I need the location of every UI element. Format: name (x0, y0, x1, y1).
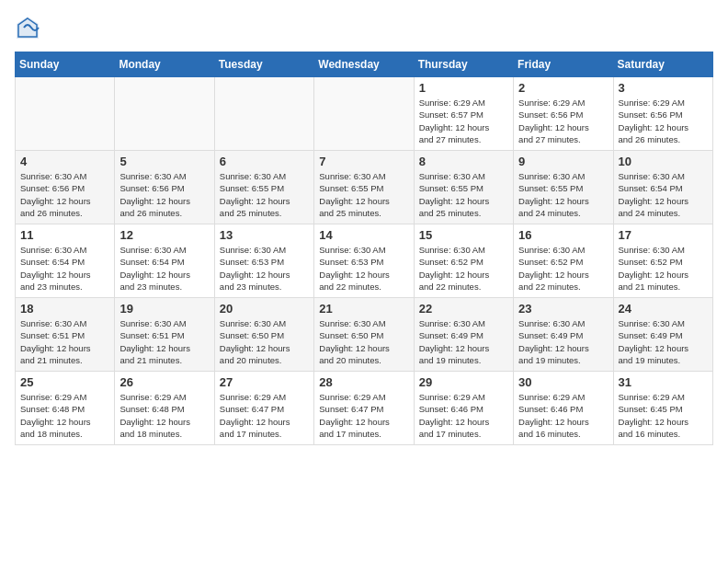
calendar-cell: 18Sunrise: 6:30 AM Sunset: 6:51 PM Dayli… (16, 298, 115, 372)
calendar-cell: 25Sunrise: 6:29 AM Sunset: 6:48 PM Dayli… (16, 372, 115, 445)
day-info: Sunrise: 6:30 AM Sunset: 6:56 PM Dayligh… (20, 170, 109, 219)
day-info: Sunrise: 6:30 AM Sunset: 6:55 PM Dayligh… (319, 170, 408, 219)
day-info: Sunrise: 6:30 AM Sunset: 6:56 PM Dayligh… (119, 170, 209, 219)
calendar-cell: 22Sunrise: 6:30 AM Sunset: 6:49 PM Dayli… (414, 298, 513, 372)
day-info: Sunrise: 6:29 AM Sunset: 6:48 PM Dayligh… (20, 391, 109, 440)
col-header-thursday: Thursday (414, 52, 513, 77)
calendar-cell (16, 77, 115, 151)
day-info: Sunrise: 6:30 AM Sunset: 6:52 PM Dayligh… (619, 244, 708, 293)
day-number: 25 (20, 375, 109, 389)
calendar-cell: 11Sunrise: 6:30 AM Sunset: 6:54 PM Dayli… (16, 224, 115, 298)
col-header-friday: Friday (514, 52, 613, 77)
day-info: Sunrise: 6:30 AM Sunset: 6:49 PM Dayligh… (619, 317, 708, 366)
day-number: 13 (220, 228, 309, 242)
day-info: Sunrise: 6:30 AM Sunset: 6:49 PM Dayligh… (518, 317, 608, 366)
day-number: 8 (419, 155, 508, 168)
day-info: Sunrise: 6:30 AM Sunset: 6:51 PM Dayligh… (20, 317, 109, 366)
calendar-cell (214, 77, 313, 151)
day-info: Sunrise: 6:30 AM Sunset: 6:51 PM Dayligh… (119, 317, 209, 366)
day-info: Sunrise: 6:30 AM Sunset: 6:50 PM Dayligh… (220, 317, 309, 366)
day-number: 9 (518, 155, 608, 168)
logo (15, 15, 44, 40)
calendar-cell: 15Sunrise: 6:30 AM Sunset: 6:52 PM Dayli… (414, 224, 513, 298)
day-info: Sunrise: 6:29 AM Sunset: 6:56 PM Dayligh… (518, 97, 608, 145)
day-info: Sunrise: 6:30 AM Sunset: 6:53 PM Dayligh… (319, 244, 408, 293)
calendar-week-row: 1Sunrise: 6:29 AM Sunset: 6:57 PM Daylig… (16, 77, 713, 151)
calendar-cell: 24Sunrise: 6:30 AM Sunset: 6:49 PM Dayli… (613, 298, 712, 372)
day-number: 4 (20, 155, 109, 168)
day-info: Sunrise: 6:30 AM Sunset: 6:55 PM Dayligh… (220, 170, 309, 219)
calendar-cell: 17Sunrise: 6:30 AM Sunset: 6:52 PM Dayli… (613, 224, 712, 298)
calendar-cell: 8Sunrise: 6:30 AM Sunset: 6:55 PM Daylig… (414, 151, 513, 224)
calendar-week-row: 18Sunrise: 6:30 AM Sunset: 6:51 PM Dayli… (16, 298, 713, 372)
day-info: Sunrise: 6:29 AM Sunset: 6:46 PM Dayligh… (419, 391, 508, 440)
calendar-cell: 4Sunrise: 6:30 AM Sunset: 6:56 PM Daylig… (16, 151, 115, 224)
col-header-monday: Monday (115, 52, 214, 77)
col-header-tuesday: Tuesday (214, 52, 313, 77)
day-number: 15 (419, 228, 508, 242)
logo-icon (15, 15, 40, 40)
calendar-cell: 21Sunrise: 6:30 AM Sunset: 6:50 PM Dayli… (314, 298, 414, 372)
calendar-cell: 19Sunrise: 6:30 AM Sunset: 6:51 PM Dayli… (115, 298, 214, 372)
calendar-cell (115, 77, 214, 151)
day-number: 24 (619, 302, 708, 316)
day-info: Sunrise: 6:30 AM Sunset: 6:53 PM Dayligh… (220, 244, 309, 293)
calendar-week-row: 11Sunrise: 6:30 AM Sunset: 6:54 PM Dayli… (16, 224, 713, 298)
day-info: Sunrise: 6:30 AM Sunset: 6:54 PM Dayligh… (619, 170, 708, 219)
day-info: Sunrise: 6:29 AM Sunset: 6:47 PM Dayligh… (319, 391, 408, 440)
col-header-sunday: Sunday (16, 52, 115, 77)
calendar-cell (314, 77, 414, 151)
calendar-cell: 2Sunrise: 6:29 AM Sunset: 6:56 PM Daylig… (514, 77, 613, 151)
calendar-cell: 9Sunrise: 6:30 AM Sunset: 6:55 PM Daylig… (514, 151, 613, 224)
day-number: 18 (20, 302, 109, 316)
day-number: 30 (518, 375, 608, 389)
day-info: Sunrise: 6:30 AM Sunset: 6:55 PM Dayligh… (518, 170, 608, 219)
day-number: 10 (619, 155, 708, 168)
calendar-cell: 27Sunrise: 6:29 AM Sunset: 6:47 PM Dayli… (214, 372, 313, 445)
day-info: Sunrise: 6:30 AM Sunset: 6:54 PM Dayligh… (119, 244, 209, 293)
calendar-cell: 3Sunrise: 6:29 AM Sunset: 6:56 PM Daylig… (613, 77, 712, 151)
calendar-week-row: 25Sunrise: 6:29 AM Sunset: 6:48 PM Dayli… (16, 372, 713, 445)
calendar-table: SundayMondayTuesdayWednesdayThursdayFrid… (15, 52, 713, 445)
day-number: 11 (20, 228, 109, 242)
svg-marker-1 (17, 17, 39, 39)
day-info: Sunrise: 6:30 AM Sunset: 6:49 PM Dayligh… (419, 317, 508, 366)
day-number: 2 (518, 81, 608, 95)
day-number: 12 (119, 228, 209, 242)
calendar-cell: 28Sunrise: 6:29 AM Sunset: 6:47 PM Dayli… (314, 372, 414, 445)
day-number: 31 (619, 375, 708, 389)
day-info: Sunrise: 6:29 AM Sunset: 6:45 PM Dayligh… (619, 391, 708, 440)
page-header (15, 15, 713, 40)
day-number: 16 (518, 228, 608, 242)
calendar-cell: 29Sunrise: 6:29 AM Sunset: 6:46 PM Dayli… (414, 372, 513, 445)
col-header-saturday: Saturday (613, 52, 712, 77)
day-info: Sunrise: 6:30 AM Sunset: 6:54 PM Dayligh… (20, 244, 109, 293)
calendar-cell: 13Sunrise: 6:30 AM Sunset: 6:53 PM Dayli… (214, 224, 313, 298)
day-number: 17 (619, 228, 708, 242)
calendar-cell: 30Sunrise: 6:29 AM Sunset: 6:46 PM Dayli… (514, 372, 613, 445)
calendar-cell: 23Sunrise: 6:30 AM Sunset: 6:49 PM Dayli… (514, 298, 613, 372)
day-info: Sunrise: 6:30 AM Sunset: 6:52 PM Dayligh… (419, 244, 508, 293)
day-number: 26 (119, 375, 209, 389)
calendar-week-row: 4Sunrise: 6:30 AM Sunset: 6:56 PM Daylig… (16, 151, 713, 224)
day-number: 19 (119, 302, 209, 316)
calendar-cell: 1Sunrise: 6:29 AM Sunset: 6:57 PM Daylig… (414, 77, 513, 151)
day-number: 20 (220, 302, 309, 316)
day-number: 29 (419, 375, 508, 389)
day-number: 6 (220, 155, 309, 168)
day-info: Sunrise: 6:30 AM Sunset: 6:50 PM Dayligh… (319, 317, 408, 366)
day-info: Sunrise: 6:29 AM Sunset: 6:46 PM Dayligh… (518, 391, 608, 440)
calendar-cell: 7Sunrise: 6:30 AM Sunset: 6:55 PM Daylig… (314, 151, 414, 224)
calendar-header-row: SundayMondayTuesdayWednesdayThursdayFrid… (16, 52, 713, 77)
day-number: 3 (619, 81, 708, 95)
calendar-cell: 20Sunrise: 6:30 AM Sunset: 6:50 PM Dayli… (214, 298, 313, 372)
calendar-cell: 5Sunrise: 6:30 AM Sunset: 6:56 PM Daylig… (115, 151, 214, 224)
day-info: Sunrise: 6:29 AM Sunset: 6:57 PM Dayligh… (419, 97, 508, 145)
calendar-cell: 16Sunrise: 6:30 AM Sunset: 6:52 PM Dayli… (514, 224, 613, 298)
day-info: Sunrise: 6:29 AM Sunset: 6:47 PM Dayligh… (220, 391, 309, 440)
day-number: 22 (419, 302, 508, 316)
day-info: Sunrise: 6:29 AM Sunset: 6:48 PM Dayligh… (119, 391, 209, 440)
day-number: 14 (319, 228, 408, 242)
calendar-cell: 26Sunrise: 6:29 AM Sunset: 6:48 PM Dayli… (115, 372, 214, 445)
day-number: 23 (518, 302, 608, 316)
